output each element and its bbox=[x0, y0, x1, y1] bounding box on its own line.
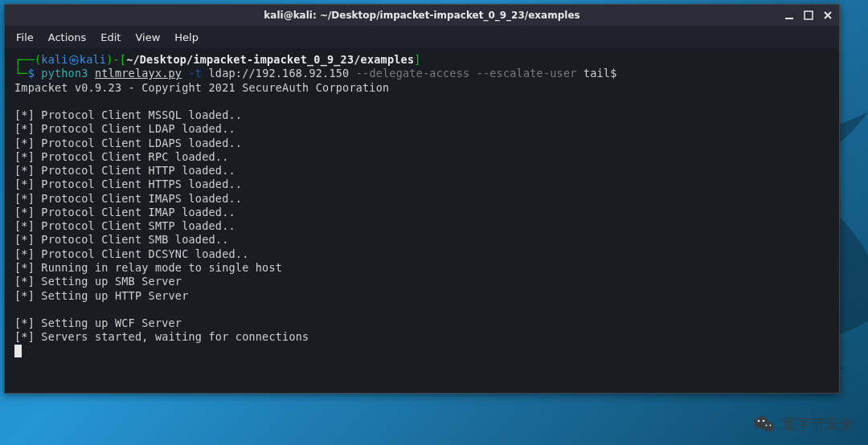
menu-file[interactable]: File bbox=[16, 31, 34, 43]
output-line: [*] Protocol Client DCSYNC loaded.. bbox=[14, 247, 248, 260]
wechat-icon bbox=[754, 415, 775, 433]
svg-rect-2 bbox=[805, 11, 813, 19]
output-line: [*] Protocol Client HTTPS loaded.. bbox=[14, 178, 242, 190]
output-line: [*] Servers started, waiting for connect… bbox=[14, 330, 309, 343]
maximize-button[interactable] bbox=[800, 7, 817, 23]
output-line: [*] Protocol Client LDAPS loaded.. bbox=[14, 137, 242, 149]
svg-point-5 bbox=[758, 420, 760, 423]
output-line: [*] Protocol Client SMB loaded.. bbox=[14, 233, 229, 246]
menu-view[interactable]: View bbox=[135, 31, 160, 43]
menu-help[interactable]: Help bbox=[174, 31, 199, 43]
svg-point-7 bbox=[766, 425, 768, 427]
window-controls bbox=[781, 7, 836, 23]
window-title: kali@kali: ~/Desktop/impacket-impacket_0… bbox=[264, 10, 579, 21]
close-button[interactable] bbox=[820, 7, 836, 23]
output-line: [*] Setting up WCF Server bbox=[14, 316, 182, 329]
menubar: File Actions Edit View Help bbox=[5, 26, 839, 48]
output-line: [*] Protocol Client LDAP loaded.. bbox=[14, 122, 235, 135]
watermark-text: 宽字节安全 bbox=[781, 414, 854, 434]
menu-actions[interactable]: Actions bbox=[48, 31, 87, 43]
output-line: [*] Protocol Client HTTP loaded.. bbox=[14, 164, 235, 177]
minimize-button[interactable] bbox=[781, 7, 797, 23]
output-line: [*] Protocol Client MSSQL loaded.. bbox=[14, 108, 242, 121]
output-line: [*] Protocol Client IMAPS loaded.. bbox=[14, 192, 242, 205]
output-line: Impacket v0.9.23 - Copyright 2021 Secure… bbox=[14, 81, 389, 94]
terminal-body[interactable]: ┌──(kali㉿kali)-[~/Desktop/impacket-impac… bbox=[5, 48, 839, 393]
output-line: [*] Running in relay mode to single host bbox=[14, 261, 282, 274]
svg-point-8 bbox=[770, 425, 772, 427]
svg-point-4 bbox=[763, 422, 774, 431]
output-line: [*] Protocol Client IMAP loaded.. bbox=[14, 206, 235, 218]
output-line: [*] Protocol Client SMTP loaded.. bbox=[14, 219, 235, 232]
output-line: [*] Setting up SMB Server bbox=[14, 275, 182, 288]
svg-rect-1 bbox=[785, 18, 793, 19]
titlebar[interactable]: kali@kali: ~/Desktop/impacket-impacket_0… bbox=[5, 5, 839, 26]
svg-point-6 bbox=[763, 420, 765, 423]
prompt-command-line: └─$ python3 ntlmrelayx.py -t ldap://192.… bbox=[14, 67, 617, 80]
watermark: 宽字节安全 bbox=[754, 414, 854, 434]
prompt-line: ┌──(kali㉿kali)-[~/Desktop/impacket-impac… bbox=[14, 53, 421, 66]
output-line: [*] Protocol Client RPC loaded.. bbox=[14, 150, 229, 163]
cursor bbox=[14, 345, 22, 357]
menu-edit[interactable]: Edit bbox=[100, 31, 121, 43]
terminal-window: kali@kali: ~/Desktop/impacket-impacket_0… bbox=[4, 4, 840, 394]
output-line: [*] Setting up HTTP Server bbox=[14, 289, 189, 302]
